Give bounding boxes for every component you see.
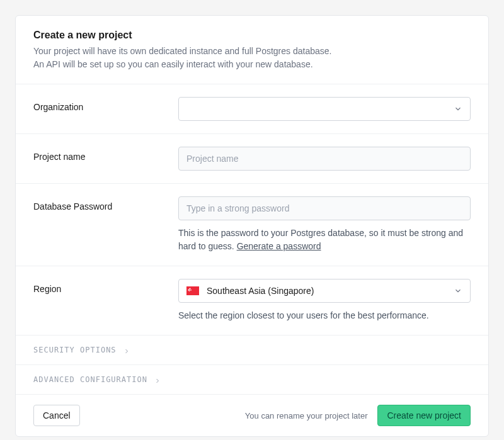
region-label: Region [33,279,178,294]
advanced-configuration-label: ADVANCED CONFIGURATION [33,375,147,384]
database-password-row: Database Password This is the password t… [16,184,488,266]
region-select[interactable]: Southeast Asia (Singapore) [178,279,471,303]
create-project-card: Create a new project Your project will h… [15,15,489,437]
advanced-configuration-toggle[interactable]: ADVANCED CONFIGURATION [16,365,488,395]
singapore-flag-icon [186,286,199,295]
chevron-down-icon [454,286,462,295]
region-value: Southeast Asia (Singapore) [207,286,454,296]
organization-select[interactable] [178,97,471,121]
project-name-label: Project name [33,147,178,162]
security-options-toggle[interactable]: SECURITY OPTIONS [16,336,488,365]
page-description: Your project will have its own dedicated… [33,45,471,71]
footer-hint: You can rename your project later [245,411,368,420]
organization-row: Organization [16,84,488,134]
security-options-label: SECURITY OPTIONS [33,346,117,354]
create-project-button[interactable]: Create new project [377,405,471,426]
organization-label: Organization [33,97,178,112]
database-password-helper: This is the password to your Postgres da… [178,227,471,253]
chevron-right-icon [154,376,161,383]
project-name-row: Project name [16,134,488,184]
generate-password-link[interactable]: Generate a password [237,241,321,251]
chevron-down-icon [454,104,462,113]
cancel-button[interactable]: Cancel [33,405,80,426]
database-password-label: Database Password [33,196,178,212]
card-footer: Cancel You can rename your project later… [16,395,488,436]
desc-line-2: An API will be set up so you can easily … [33,59,313,69]
page-title: Create a new project [33,30,471,41]
database-password-input[interactable] [178,196,471,220]
region-helper: Select the region closest to your users … [178,309,471,322]
chevron-right-icon [123,346,130,354]
card-header: Create a new project Your project will h… [16,16,488,84]
region-row: Region Southeast Asia (Singapore) Select… [16,266,488,336]
project-name-input[interactable] [178,147,471,171]
desc-line-1: Your project will have its own dedicated… [33,46,331,56]
